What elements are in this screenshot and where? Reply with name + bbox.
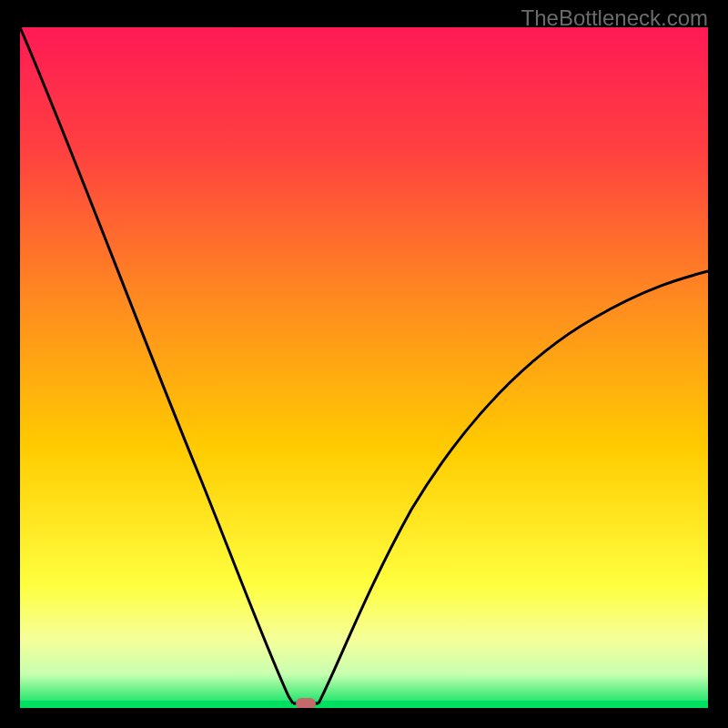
minimum-marker [296, 698, 316, 708]
bottom-green-band [20, 701, 708, 708]
watermark-text: TheBottleneck.com [521, 5, 708, 31]
chart-frame [20, 27, 708, 708]
bottleneck-chart [20, 27, 708, 708]
